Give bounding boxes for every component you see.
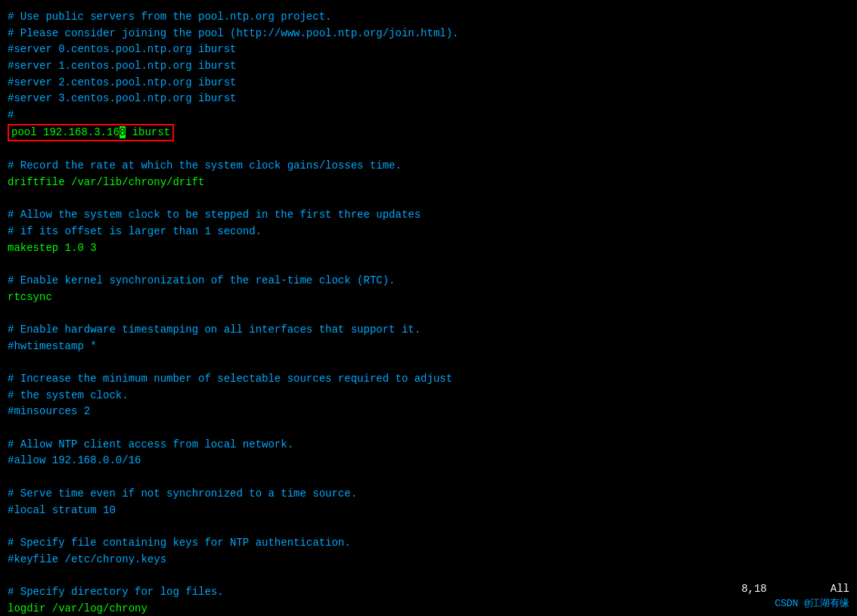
terminal-line: # Use public servers from the pool.ntp.o…	[8, 9, 849, 26]
terminal-line	[8, 190, 849, 207]
terminal-line: # Enable kernel synchronization of the r…	[8, 273, 849, 289]
terminal-line: #local stratum 10	[8, 503, 849, 519]
highlighted-pool-line: pool 192.168.3.168 iburst	[8, 124, 174, 142]
terminal-line: # Increase the minimum number of selecta…	[8, 371, 849, 388]
terminal-line: # Specify directory for log files.	[8, 584, 849, 601]
terminal-line: # the system clock.	[8, 388, 849, 404]
terminal-line: #server 2.centos.pool.ntp.org iburst	[8, 75, 849, 91]
terminal-line: # Record the rate at which the system cl…	[8, 158, 849, 175]
terminal-line: #server 1.centos.pool.ntp.org iburst	[8, 58, 849, 75]
terminal-line: #	[8, 107, 849, 124]
terminal-line	[8, 469, 849, 486]
terminal-line: # Allow NTP client access from local net…	[8, 437, 849, 453]
terminal-line	[8, 568, 849, 584]
terminal-line: # if its offset is larger than 1 second.	[8, 224, 849, 240]
terminal-line: logdir /var/log/chrony	[8, 601, 849, 616]
terminal-line: #allow 192.168.0.0/16	[8, 453, 849, 469]
terminal-line	[8, 354, 849, 371]
terminal-line	[8, 256, 849, 273]
footer-bar: CSDN @江湖有缘	[775, 596, 849, 610]
terminal-line: #keyfile /etc/chrony.keys	[8, 552, 849, 568]
terminal-line: #hwtimestamp *	[8, 339, 849, 355]
footer-text: CSDN @江湖有缘	[775, 598, 849, 609]
terminal-line: #server 3.centos.pool.ntp.org iburst	[8, 91, 849, 107]
terminal-line	[8, 141, 849, 158]
terminal-line: # Enable hardware timestamping on all in…	[8, 322, 849, 339]
terminal-line	[8, 518, 849, 535]
terminal-line: makestep 1.0 3	[8, 240, 849, 257]
scroll-position: All	[831, 583, 849, 595]
terminal-line: # Serve time even if not synchronized to…	[8, 486, 849, 503]
terminal-line: driftfile /var/lib/chrony/drift	[8, 175, 849, 191]
terminal-line	[8, 305, 849, 322]
terminal-line: # Specify file containing keys for NTP a…	[8, 535, 849, 552]
terminal-content: # Use public servers from the pool.ntp.o…	[8, 6, 849, 616]
terminal-window: # Use public servers from the pool.ntp.o…	[0, 0, 857, 616]
status-bar: 8,18 All	[741, 583, 849, 595]
cursor-position: 8,18	[741, 583, 767, 595]
terminal-line: # Please consider joining the pool (http…	[8, 26, 849, 42]
terminal-line: pool 192.168.3.168 iburst	[8, 124, 849, 142]
terminal-line	[8, 420, 849, 437]
terminal-line: rtcsync	[8, 289, 849, 306]
terminal-line: #minsources 2	[8, 404, 849, 420]
terminal-line: #server 0.centos.pool.ntp.org iburst	[8, 42, 849, 58]
terminal-line: # Allow the system clock to be stepped i…	[8, 207, 849, 224]
